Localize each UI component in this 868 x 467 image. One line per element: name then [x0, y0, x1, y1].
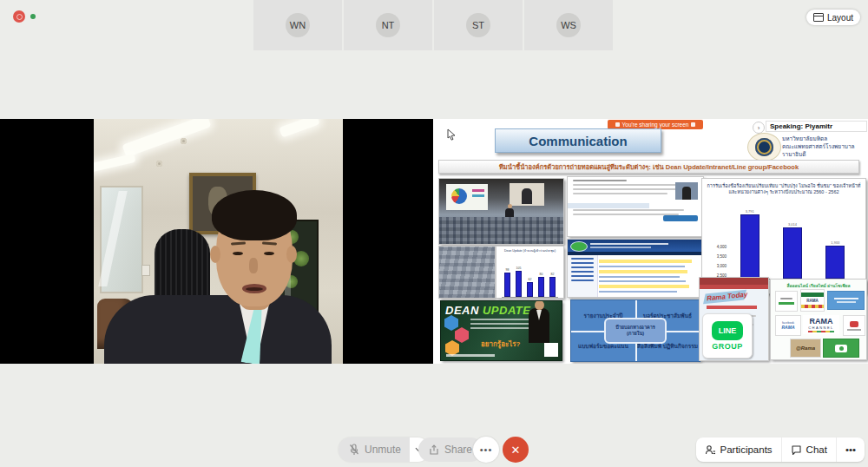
- bar: [783, 227, 802, 279]
- banner-question: อยากรู้อะไร?: [481, 339, 520, 350]
- projector-screen: [446, 184, 488, 210]
- hexagon-shape: [455, 327, 469, 343]
- rama-channel-small: CHANNEL: [808, 326, 834, 330]
- participant-initials: NT: [382, 20, 395, 30]
- at-rama-logo: @Rama: [790, 339, 821, 358]
- rama-channel-logo: RAMA CHANNEL: [803, 315, 839, 334]
- text-line: [573, 209, 684, 211]
- screenshare-video-tile[interactable]: You're sharing your screen › Speaking: P…: [435, 119, 868, 364]
- social-channels-panel: สื่อออนไลน์ เรียลไทม์ ผ่านโซเชียล RAMA: [770, 279, 867, 360]
- title-line1: การรับเรื่องข้อร้องเรียนเปรียบเทียบ "ปรั…: [702, 183, 865, 189]
- channel-logo: RAMA: [800, 289, 825, 312]
- phone-title-bar: [700, 285, 768, 289]
- speaking-indicator: Speaking: Piyamitr: [766, 121, 867, 132]
- text-line: [573, 193, 667, 194]
- line-word: LINE: [719, 326, 737, 335]
- dean-chart-title: Dean Update (จำนวนผู้เข้าร่วมประชุม): [496, 248, 563, 253]
- y-tick-label: 3,000: [717, 264, 727, 268]
- portal-header: [568, 240, 703, 252]
- side-panel-buttons: Participants Chat •••: [696, 437, 865, 462]
- slide-subtitle: ทีมนำชี้นำองค์กรด้วยการถ่ายทอดแผนสู่ทีมร…: [438, 160, 859, 174]
- screen-icon: [615, 122, 620, 127]
- blue-button: [663, 215, 698, 221]
- bar-value-label: 62: [529, 278, 532, 281]
- text-line: [780, 298, 792, 299]
- text-line: [571, 275, 594, 277]
- dean-update-banner: DEAN UPDATE อยากรู้อะไร?: [440, 300, 562, 361]
- participant-tile[interactable]: WN: [253, 0, 342, 50]
- participant-tile[interactable]: NT: [344, 0, 432, 50]
- green-bar: [779, 302, 794, 305]
- participants-label: Participants: [720, 444, 773, 455]
- recording-indicator-icon: [13, 10, 25, 23]
- text-line: [573, 180, 627, 181]
- university-logo: [747, 133, 781, 161]
- more-options-button[interactable]: •••: [473, 437, 499, 463]
- update-word: UPDATE: [483, 304, 530, 317]
- org-line2: คณะแพทยศาสตร์โรงพยาบาลรามาธิบดี: [782, 142, 868, 158]
- intranet-page-screenshot: [567, 176, 704, 237]
- more-panel-button[interactable]: •••: [836, 437, 865, 462]
- chevron-right-icon: ›: [758, 124, 760, 132]
- wall-switch: [141, 265, 150, 276]
- dean-update-chart: Dean Update (จำนวนผู้เข้าร่วมประชุม) 98ป…: [496, 246, 564, 299]
- red-band: [707, 306, 757, 309]
- highlight-row: [599, 285, 689, 288]
- avatar: ST: [466, 13, 490, 37]
- camera-icon: [835, 345, 847, 352]
- bar-value-label: 80: [540, 273, 543, 276]
- bar-column: 98ปี 2558: [502, 255, 513, 297]
- bar-value-label: 1,933: [831, 240, 839, 245]
- close-icon: ✕: [511, 444, 521, 457]
- speaker-mouth: [242, 284, 266, 293]
- shared-slide: You're sharing your screen › Speaking: P…: [435, 119, 868, 364]
- rama-today-screenshot: Rama Today LINE GROUP: [699, 277, 769, 361]
- speaker-ear: [286, 246, 297, 263]
- text-line: [573, 214, 679, 215]
- participants-button[interactable]: Participants: [696, 437, 781, 462]
- bar-value-label: 3,791: [746, 209, 754, 214]
- bar-value-label: 105: [516, 266, 522, 270]
- facebook-rama-logo: facebook RAMA: [775, 315, 801, 336]
- legend-bar: [472, 189, 484, 192]
- bar: [516, 271, 522, 297]
- color-strip: [801, 305, 824, 308]
- speaker-video-tile[interactable]: [0, 119, 433, 364]
- end-call-button[interactable]: ✕: [503, 437, 529, 463]
- bar-column: 80ปี 2561: [536, 255, 547, 297]
- line-group-logo: LINE GROUP: [702, 313, 753, 358]
- share-icon: [429, 444, 439, 456]
- unmute-button[interactable]: Unmute: [339, 437, 410, 462]
- profile-photo: [675, 182, 698, 200]
- bar: [740, 214, 760, 279]
- complaints-chart-title: การรับเรื่องข้อร้องเรียนเปรียบเทียบ "ปรั…: [702, 183, 865, 195]
- pie-chart-graphic: [451, 188, 467, 204]
- dean-chart-plot: 98ปี 2558105ปี 255962ปี 256080ปี 256182ป…: [502, 255, 558, 298]
- bar: [504, 273, 510, 297]
- participant-tile[interactable]: WS: [524, 0, 613, 50]
- bar-value-label: 3,014: [788, 222, 797, 227]
- bar: [549, 277, 556, 297]
- avatar: WS: [556, 13, 581, 37]
- participant-tile[interactable]: ST: [434, 0, 523, 50]
- channel-logo: [775, 291, 798, 312]
- layout-button[interactable]: Layout: [806, 10, 860, 25]
- qr-code: [544, 343, 558, 357]
- slide-subtitle-text: ทีมนำชี้นำองค์กรด้วยการถ่ายทอดแผนสู่ทีมร…: [499, 161, 799, 172]
- line-icon: LINE: [712, 321, 743, 340]
- chat-button[interactable]: Chat: [781, 437, 836, 462]
- center-line1: ป้ายบอกทางอาคาร: [615, 325, 654, 331]
- org-line1: มหาวิทยาลัยมหิดล: [782, 135, 868, 142]
- slide-title: Communication: [495, 128, 661, 153]
- audience-photo: [438, 246, 496, 299]
- speaking-expander-button[interactable]: ›: [753, 122, 765, 134]
- center-line2: (ภายใน): [627, 331, 644, 337]
- link-row: [599, 291, 677, 293]
- speaker-hair: [212, 190, 297, 240]
- portal-sidebar: [568, 255, 598, 297]
- group-word: GROUP: [712, 342, 743, 351]
- chat-icon: [791, 444, 802, 456]
- unmute-label: Unmute: [365, 444, 401, 456]
- speaker-eye: [233, 252, 243, 255]
- ellipsis-icon: •••: [480, 444, 493, 455]
